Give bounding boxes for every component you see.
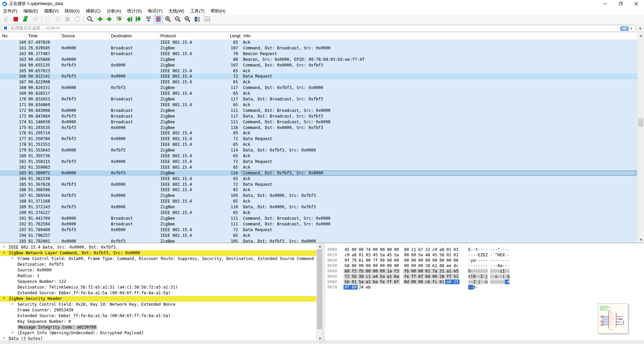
packet-row[interactable]: 18191.3583150xfbf30x0000IEEE 802.15.472D… <box>0 159 637 165</box>
ascii-char[interactable]: " <box>497 247 500 252</box>
hex-byte[interactable]: 81 <box>438 280 445 284</box>
hex-byte[interactable]: 6a <box>393 274 400 279</box>
ascii-char[interactable]: $ <box>473 285 476 290</box>
column-header-time[interactable]: Time <box>28 34 37 38</box>
ascii-char[interactable]: · <box>483 280 485 284</box>
hex-byte[interactable]: 00 <box>365 263 372 268</box>
ascii-char[interactable]: · <box>468 253 471 257</box>
ascii-char[interactable]: · <box>495 263 497 268</box>
ascii-char[interactable]: · <box>483 258 485 263</box>
hex-byte[interactable]: 00 <box>410 269 417 273</box>
hex-byte[interactable]: 6a <box>372 280 379 284</box>
ascii-char[interactable]: · <box>505 258 507 263</box>
ascii-char[interactable]: · <box>483 263 485 268</box>
go-next-button[interactable] <box>105 15 114 24</box>
ascii-char[interactable]: · <box>480 247 483 252</box>
ascii-char[interactable]: · <box>478 258 480 263</box>
detail-line[interactable]: Extended Source: Ember_ff:fe:6a:a1:5a (0… <box>0 313 316 319</box>
hex-byte[interactable]: 28 <box>438 274 445 279</box>
packet-row[interactable]: 17591.2935350xfbf30x0000ZigBee116Command… <box>0 125 637 131</box>
schematic-thumbnail[interactable] <box>598 303 628 334</box>
packet-list-scrollbar[interactable]: ▲ ▼ <box>637 33 644 243</box>
ascii-char[interactable]: · <box>493 280 495 284</box>
show-columns-button[interactable]: 123 <box>202 15 211 24</box>
hex-byte[interactable]: 5a <box>379 274 386 279</box>
ascii-char[interactable]: · <box>497 274 500 279</box>
hex-byte[interactable]: ee <box>445 263 452 268</box>
packet-row[interactable]: 18691.368396IEEE 802.15.465Ack <box>0 187 637 193</box>
hex-byte[interactable]: ff <box>410 274 417 279</box>
ascii-char[interactable]: · <box>497 280 500 284</box>
apply-filter-arrow-icon[interactable] <box>620 26 629 31</box>
hex-byte[interactable]: 60 <box>410 253 417 257</box>
detail-line[interactable]: Destination: TelinkSemico_5b:72:e5:a1:31… <box>0 285 316 290</box>
packet-row[interactable]: 16790.822908IEEE 802.15.465Ack <box>0 79 637 85</box>
hex-byte[interactable]: 00 <box>417 263 424 268</box>
packet-row[interactable]: 16590.657023IEEE 802.15.465Ack <box>0 68 637 74</box>
hex-byte[interactable]: 03 <box>365 253 372 257</box>
hex-byte[interactable]: a8 <box>351 253 358 257</box>
hex-byte[interactable]: 61 <box>431 263 438 268</box>
ascii-char[interactable]: Z <box>480 274 483 279</box>
ascii-char[interactable]: · <box>505 263 507 268</box>
hex-byte[interactable]: 00 <box>393 247 400 252</box>
ascii-char[interactable]: · <box>473 263 476 268</box>
menu-item-10[interactable]: 帮助(H) <box>208 7 229 15</box>
hex-byte[interactable]: 03 <box>452 247 459 252</box>
hex-byte[interactable]: 01 <box>358 253 365 257</box>
packet-row[interactable]: 18491.362230IEEE 802.15.465Ack <box>0 176 637 182</box>
menu-item-8[interactable]: 无线(W) <box>165 7 187 15</box>
hex-byte[interactable]: 00 <box>431 274 438 279</box>
hex-byte[interactable]: 00 <box>379 263 386 268</box>
hex-byte[interactable]: a1 <box>386 274 393 279</box>
ascii-char[interactable]: · <box>497 269 500 273</box>
hex-byte[interactable]: 00 <box>403 258 410 263</box>
detail-line[interactable]: >IEEE 802.15.4 Data, Src: 0x0000, Dst: 0… <box>0 245 316 250</box>
packet-row[interactable]: 17190.834860IEEE 802.15.465Ack <box>0 102 637 108</box>
hex-byte[interactable]: a1 <box>445 269 452 273</box>
hex-byte[interactable]: 48 <box>424 253 431 257</box>
detail-line[interactable]: Extended Source: Ember_ff:fe:6a:a1:5a (0… <box>0 290 316 296</box>
hex-byte[interactable]: 00 <box>372 269 379 273</box>
zoom-reset-button[interactable] <box>183 15 192 24</box>
hex-byte[interactable]: 00 <box>410 280 417 284</box>
column-header-info[interactable]: Info <box>243 34 250 38</box>
hex-byte[interactable]: 00 <box>417 280 424 284</box>
ascii-char[interactable]: · <box>468 280 471 284</box>
ascii-char[interactable]: · <box>485 258 488 263</box>
packet-row[interactable]: 19591.7920010x00000xfbf3ZigBee105Data, D… <box>0 239 637 243</box>
ascii-char[interactable]: · <box>490 269 492 273</box>
menu-item-2[interactable]: 视图(V) <box>41 7 62 15</box>
packet-row[interactable]: 19291.7625040x0000BroadcastZigBee111Comm… <box>0 221 637 227</box>
go-first-button[interactable] <box>124 15 133 24</box>
packet-row[interactable]: 16067.497820IEEE 802.15.465Ack <box>0 40 637 45</box>
hex-byte[interactable]: 24 <box>358 285 365 290</box>
hex-byte[interactable]: fb <box>358 269 365 273</box>
hex-byte[interactable]: 00 <box>417 258 424 263</box>
hex-byte[interactable]: 38 <box>424 263 431 268</box>
hex-byte[interactable]: 01 <box>445 247 452 252</box>
detail-line[interactable]: >Frame Control Field: 0x1a09, Frame Type… <box>0 256 316 262</box>
go-to-packet-button[interactable] <box>115 15 124 24</box>
detail-scroll-thumb[interactable] <box>317 249 322 329</box>
detail-line[interactable]: ∨ZigBee Security Header <box>0 296 316 302</box>
hex-byte[interactable]: c0 <box>431 247 438 252</box>
hex-byte[interactable]: fe <box>379 280 386 284</box>
packet-row[interactable]: 16490.6551350xfbf30x0000ZigBee107Command… <box>0 62 637 68</box>
detail-line[interactable]: Sequence Number: 122 <box>0 279 316 285</box>
ascii-char[interactable]: · <box>468 258 471 263</box>
hex-byte[interactable]: 22 <box>424 247 431 252</box>
expand-chevron-icon[interactable]: > <box>11 330 14 335</box>
hex-byte[interactable]: 00 <box>372 263 379 268</box>
ascii-char[interactable]: · <box>490 258 492 263</box>
packet-row[interactable]: 18391.3600710x00000xfbf3ZigBee116Command… <box>0 170 637 176</box>
menu-item-5[interactable]: 分析(A) <box>104 7 124 15</box>
ascii-char[interactable]: E <box>500 253 502 257</box>
ascii-char[interactable]: · <box>505 269 507 273</box>
packet-row[interactable]: 16690.8221410xfbf30x0000IEEE 802.15.472D… <box>0 74 637 79</box>
ascii-char[interactable]: · <box>473 269 476 273</box>
ascii-char[interactable]: · <box>483 269 485 273</box>
ascii-char[interactable]: # <box>507 280 510 284</box>
ascii-char[interactable]: a <box>500 263 502 268</box>
ascii-char[interactable]: h <box>468 269 471 273</box>
